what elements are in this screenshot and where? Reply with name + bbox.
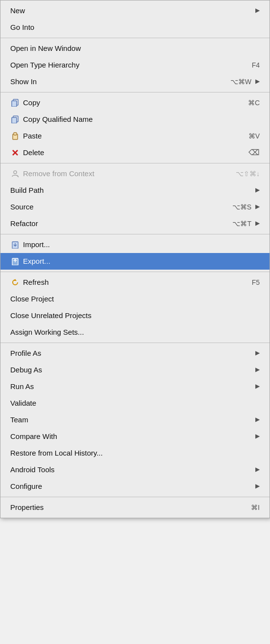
export-icon — [10, 256, 20, 266]
menu-item-paste[interactable]: Paste ⌘V — [0, 128, 270, 144]
menu-item-source[interactable]: Source ⌥⌘S ▶ — [0, 199, 270, 215]
divider-7 — [0, 497, 270, 497]
arrow-icon: ▶ — [255, 466, 260, 474]
menu-item-run-as[interactable]: Run As ▶ — [0, 378, 270, 395]
arrow-icon: ▶ — [255, 349, 260, 357]
menu-item-assign-working-sets[interactable]: Assign Working Sets... — [0, 324, 270, 341]
menu-item-configure[interactable]: Configure ▶ — [0, 478, 270, 495]
menu-item-copy[interactable]: Copy ⌘C — [0, 94, 270, 111]
menu-item-open-type-hierarchy[interactable]: Open Type Hierarchy F4 — [0, 57, 270, 73]
refresh-icon — [10, 277, 20, 287]
context-menu: New ▶ Go Into Open in New Window Open Ty… — [0, 0, 270, 518]
menu-item-profile-as[interactable]: Profile As ▶ — [0, 345, 270, 362]
copy-icon — [10, 98, 20, 108]
menu-item-import[interactable]: Import... — [0, 236, 270, 253]
menu-item-debug-as[interactable]: Debug As ▶ — [0, 362, 270, 378]
menu-item-close-unrelated-projects[interactable]: Close Unrelated Projects — [0, 307, 270, 324]
menu-item-new[interactable]: New ▶ — [0, 2, 270, 19]
arrow-icon: ▶ — [255, 220, 260, 228]
copy-qualified-icon — [10, 115, 20, 124]
arrow-icon: ▶ — [255, 186, 260, 194]
divider-2 — [0, 92, 270, 92]
arrow-icon: ▶ — [255, 203, 260, 211]
menu-item-export[interactable]: Export... — [0, 253, 270, 270]
arrow-icon: ▶ — [255, 433, 260, 440]
menu-item-open-new-window[interactable]: Open in New Window — [0, 40, 270, 57]
menu-item-close-project[interactable]: Close Project — [0, 291, 270, 307]
menu-item-go-into[interactable]: Go Into — [0, 19, 270, 36]
menu-item-remove-context[interactable]: Remove from Context ⌥⇧⌘↓ — [0, 165, 270, 182]
arrow-icon: ▶ — [255, 366, 260, 374]
import-icon — [10, 240, 20, 250]
divider-1 — [0, 38, 270, 38]
arrow-icon: ▶ — [255, 78, 260, 86]
svg-rect-3 — [12, 117, 17, 123]
arrow-icon: ▶ — [255, 483, 260, 490]
menu-item-refactor[interactable]: Refactor ⌥⌘T ▶ — [0, 215, 270, 232]
delete-icon — [10, 148, 20, 158]
menu-item-build-path[interactable]: Build Path ▶ — [0, 182, 270, 199]
divider-6 — [0, 343, 270, 343]
menu-item-show-in[interactable]: Show In ⌥⌘W ▶ — [0, 73, 270, 90]
menu-item-validate[interactable]: Validate — [0, 395, 270, 412]
arrow-icon: ▶ — [255, 383, 260, 391]
menu-item-properties[interactable]: Properties ⌘I — [0, 499, 270, 516]
arrow-icon: ▶ — [255, 7, 260, 15]
svg-rect-1 — [12, 101, 17, 107]
divider-3 — [0, 163, 270, 163]
menu-item-delete[interactable]: Delete ⌫ — [0, 144, 270, 161]
svg-rect-5 — [14, 133, 17, 135]
menu-item-android-tools[interactable]: Android Tools ▶ — [0, 461, 270, 478]
divider-5 — [0, 272, 270, 272]
svg-point-8 — [14, 171, 17, 174]
menu-item-copy-qualified-name[interactable]: Copy Qualified Name — [0, 111, 270, 128]
divider-4 — [0, 234, 270, 234]
menu-item-restore-local-history[interactable]: Restore from Local History... — [0, 445, 270, 461]
menu-item-compare-with[interactable]: Compare With ▶ — [0, 428, 270, 445]
paste-icon — [10, 131, 20, 141]
remove-context-icon — [10, 169, 20, 179]
arrow-icon: ▶ — [255, 416, 260, 424]
menu-item-refresh[interactable]: Refresh F5 — [0, 274, 270, 291]
menu-item-team[interactable]: Team ▶ — [0, 412, 270, 428]
